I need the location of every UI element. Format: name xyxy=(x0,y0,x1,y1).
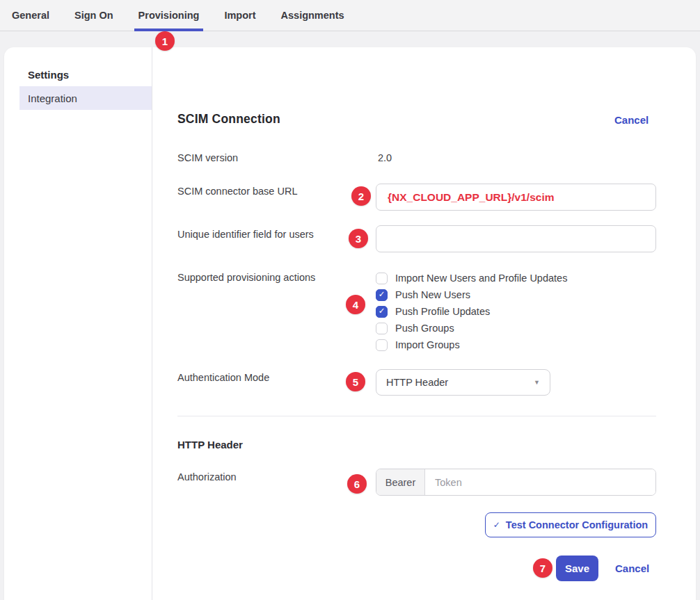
check-icon: ✓ xyxy=(379,291,385,299)
check-icon: ✓ xyxy=(379,307,385,316)
annotation-badge-1: 1 xyxy=(155,31,175,51)
annotation-badge-5: 5 xyxy=(346,372,365,391)
authorization-input-group: Bearer xyxy=(376,469,656,496)
checkbox-row-import-new-users[interactable]: ✓ Import New Users and Profile Updates xyxy=(376,270,567,286)
provisioning-actions-label: Supported provisioning actions xyxy=(177,272,315,283)
checkbox-label: Push Groups xyxy=(395,323,454,334)
auth-mode-label: Authentication Mode xyxy=(177,372,269,383)
base-url-input[interactable] xyxy=(376,184,656,211)
tab-provisioning[interactable]: Provisioning xyxy=(134,0,204,31)
annotation-badge-2: 2 xyxy=(351,186,371,206)
authorization-label: Authorization xyxy=(177,471,237,483)
checkbox-icon[interactable]: ✓ xyxy=(376,306,388,318)
unique-identifier-input[interactable] xyxy=(376,225,656,252)
scim-version-label: SCIM version xyxy=(177,152,238,163)
checkbox-icon[interactable]: ✓ xyxy=(376,323,388,334)
checkbox-icon[interactable]: ✓ xyxy=(376,339,388,351)
tab-assignments[interactable]: Assignments xyxy=(277,0,349,31)
check-icon: ✓ xyxy=(493,520,500,530)
sidebar-divider xyxy=(152,47,152,600)
test-connector-button[interactable]: ✓ Test Connector Configuration xyxy=(485,512,656,537)
save-button[interactable]: Save xyxy=(556,556,598,581)
checkbox-row-push-new-users[interactable]: ✓ Push New Users xyxy=(376,286,567,303)
checkbox-icon[interactable]: ✓ xyxy=(376,273,388,284)
unique-identifier-label: Unique identifier field for users xyxy=(177,229,314,240)
http-header-heading: HTTP Header xyxy=(177,439,243,451)
checkbox-label: Import New Users and Profile Updates xyxy=(395,273,567,284)
provisioning-actions-list: ✓ Import New Users and Profile Updates ✓… xyxy=(376,270,567,353)
auth-mode-select[interactable]: HTTP Header ▼ xyxy=(376,369,550,396)
test-connector-label: Test Connector Configuration xyxy=(506,519,648,530)
header-cancel-link[interactable]: Cancel xyxy=(614,114,649,126)
annotation-badge-4: 4 xyxy=(346,295,365,314)
chevron-down-icon: ▼ xyxy=(534,379,540,386)
tab-general[interactable]: General xyxy=(8,0,54,31)
provisioning-page: General Sign On Provisioning Import Assi… xyxy=(0,0,700,600)
annotation-badge-6: 6 xyxy=(347,474,367,494)
checkbox-icon[interactable]: ✓ xyxy=(376,289,388,301)
sidebar-heading: Settings xyxy=(28,69,69,81)
page-title: SCIM Connection xyxy=(177,112,280,127)
checkbox-label: Push Profile Updates xyxy=(395,306,490,317)
token-input[interactable] xyxy=(425,469,655,495)
base-url-label: SCIM connector base URL xyxy=(177,186,297,197)
checkbox-row-import-groups[interactable]: ✓ Import Groups xyxy=(376,337,567,353)
checkbox-label: Push New Users xyxy=(395,289,470,300)
checkbox-row-push-profile-updates[interactable]: ✓ Push Profile Updates xyxy=(376,303,567,320)
tab-sign-on[interactable]: Sign On xyxy=(70,0,118,31)
bearer-prefix: Bearer xyxy=(376,469,425,495)
sidebar-item-integration[interactable]: Integration xyxy=(19,86,152,110)
checkbox-label: Import Groups xyxy=(395,339,460,350)
annotation-badge-3: 3 xyxy=(349,229,368,248)
section-divider xyxy=(177,416,656,416)
auth-mode-value: HTTP Header xyxy=(386,377,534,388)
tab-import[interactable]: Import xyxy=(220,0,260,31)
scim-version-value: 2.0 xyxy=(378,152,392,163)
app-tab-bar: General Sign On Provisioning Import Assi… xyxy=(0,0,700,31)
annotation-badge-7: 7 xyxy=(533,558,552,578)
footer-cancel-link[interactable]: Cancel xyxy=(615,562,649,574)
checkbox-row-push-groups[interactable]: ✓ Push Groups xyxy=(376,320,567,337)
